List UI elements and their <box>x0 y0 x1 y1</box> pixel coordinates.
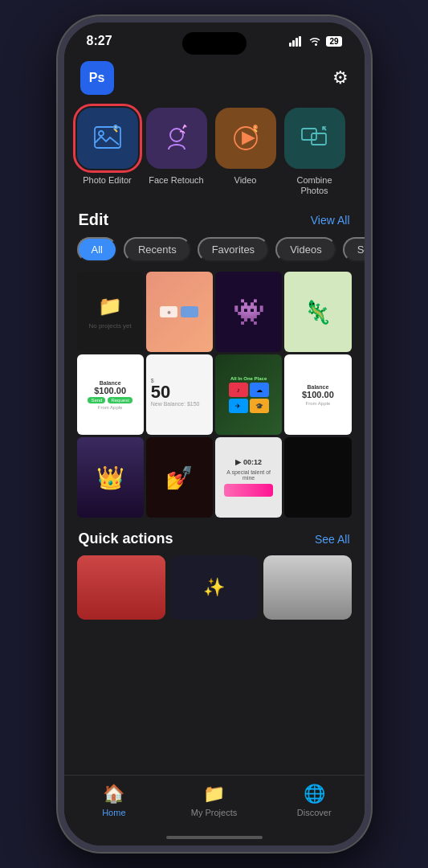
from-apple-text: From Apple <box>98 405 123 410</box>
svg-rect-1 <box>292 40 295 47</box>
video-icon <box>215 108 276 169</box>
home-label: Home <box>102 808 125 817</box>
audio-subtext: A special talent of mine <box>220 469 277 481</box>
view-all-button[interactable]: View All <box>311 214 350 227</box>
my-projects-icon: 📁 <box>203 784 225 805</box>
tool-photo-editor[interactable]: Photo Editor <box>77 108 138 196</box>
request-btn: Request <box>108 397 132 403</box>
svg-point-10 <box>254 125 257 129</box>
edit-title: Edit <box>79 211 109 229</box>
tool-combine-photos[interactable]: Combine Photos <box>284 108 345 196</box>
photo-editor-label: Photo Editor <box>83 175 132 186</box>
from-apple2-text: From Apple <box>306 401 331 406</box>
nav-my-projects[interactable]: 📁 My Projects <box>164 784 264 817</box>
grid-cell-game[interactable]: 👑 <box>77 437 144 518</box>
svg-rect-11 <box>302 129 316 140</box>
face-retouch-icon <box>146 108 207 169</box>
grid-cell-cash[interactable]: $ 50 New Balance: $150 <box>146 354 213 435</box>
no-projects-text: No projects yet <box>88 322 131 330</box>
grid-cell-monster[interactable]: 👾 <box>215 272 282 352</box>
tool-video[interactable]: Video <box>215 108 276 196</box>
tab-selfies[interactable]: Selfies <box>343 237 365 262</box>
video-label: Video <box>234 175 257 186</box>
svg-rect-2 <box>296 38 298 47</box>
tab-videos[interactable]: Videos <box>275 237 336 262</box>
grid-cell-audio[interactable]: ▶ 00:12 A special talent of mine <box>215 437 282 518</box>
discover-icon: 🌐 <box>304 784 325 805</box>
tool-face-retouch[interactable]: Face Retouch <box>146 108 207 196</box>
svg-marker-9 <box>243 133 254 144</box>
quick-actions-title: Quick actions <box>79 530 173 547</box>
wifi-icon <box>308 36 321 47</box>
quick-thumb-2[interactable]: ✨ <box>170 555 259 620</box>
svg-point-6 <box>114 125 117 129</box>
allinone-label: All In One Place <box>230 376 267 381</box>
grid-cell-allinone[interactable]: All In One Place ♪ ☁ ✈ 🎓 <box>215 354 282 435</box>
tool-collage[interactable]: Colla... <box>353 108 365 196</box>
home-indicator <box>166 836 263 839</box>
signal-icon <box>289 36 304 47</box>
nav-home[interactable]: 🏠 Home <box>64 784 165 817</box>
svg-rect-12 <box>312 133 326 145</box>
discover-label: Discover <box>297 808 332 817</box>
svg-point-5 <box>99 131 104 136</box>
grid-cell-green-monster[interactable]: 🦎 <box>284 272 351 352</box>
grid-cell-dark[interactable] <box>284 437 351 518</box>
ps-logo: Ps <box>80 61 114 95</box>
balance-amount: $100.00 <box>94 386 126 395</box>
quick-thumb-3[interactable] <box>263 555 352 620</box>
sparkle-icon: ✨ <box>203 577 225 598</box>
svg-rect-0 <box>289 43 291 47</box>
balance2-amount: $100.00 <box>302 390 334 399</box>
cash-sub: New Balance: $150 <box>151 401 200 407</box>
battery-badge: 29 <box>326 36 341 47</box>
photo-editor-icon <box>77 108 138 169</box>
app-header: Ps ⚙ <box>64 53 365 101</box>
svg-point-7 <box>170 129 183 141</box>
edit-section-header: Edit View All <box>64 206 365 237</box>
grid-cell-balance[interactable]: Balance $100.00 Send Request From Apple <box>77 354 144 435</box>
audio-time: 00:12 <box>243 458 262 466</box>
grid-cell-nails[interactable]: 💅 <box>146 437 213 518</box>
balance-label: Balance <box>100 380 121 386</box>
play-icon: ▶ <box>235 458 241 466</box>
quick-actions-section: Quick actions See All <box>64 527 365 555</box>
quick-thumbs: ✨ <box>64 555 365 620</box>
face-retouch-label: Face Retouch <box>149 175 203 186</box>
status-time: 8:27 <box>87 34 112 48</box>
filter-tabs: All Recents Favorites Videos Selfies <box>64 237 365 272</box>
tab-recents[interactable]: Recents <box>124 237 191 262</box>
combine-photos-icon <box>284 108 345 169</box>
balance2-label: Balance <box>307 384 328 390</box>
dynamic-island <box>182 32 247 55</box>
grid-cell-balance2[interactable]: Balance $100.00 From Apple <box>284 354 351 435</box>
tools-row: Photo Editor Face Retouch <box>64 101 365 206</box>
tab-favorites[interactable]: Favorites <box>198 237 269 262</box>
grid-cell-pink[interactable]: ❄ <box>146 272 213 352</box>
combine-photos-label: Combine Photos <box>284 175 345 196</box>
phone-frame: 8:27 29 Ps ⚙ <box>58 16 371 852</box>
svg-rect-3 <box>299 36 301 47</box>
photo-grid: 📁 No projects yet ❄ 👾 🦎 Balance $100.00 … <box>64 272 365 518</box>
home-icon: 🏠 <box>103 784 124 805</box>
quick-thumb-1[interactable] <box>77 555 165 620</box>
cash-amount: 50 <box>151 383 170 401</box>
folder-icon: 📁 <box>98 295 122 317</box>
my-projects-label: My Projects <box>191 808 237 817</box>
send-btn: Send <box>88 397 105 403</box>
grid-cell-empty[interactable]: 📁 No projects yet <box>77 272 144 352</box>
tab-all[interactable]: All <box>77 237 117 262</box>
bottom-nav: 🏠 Home 📁 My Projects 🌐 Discover <box>64 775 365 845</box>
nav-discover[interactable]: 🌐 Discover <box>264 784 365 817</box>
status-icons: 29 <box>289 36 341 47</box>
audio-waveform <box>224 484 273 497</box>
settings-button[interactable]: ⚙ <box>332 68 349 88</box>
see-all-button[interactable]: See All <box>315 533 350 546</box>
